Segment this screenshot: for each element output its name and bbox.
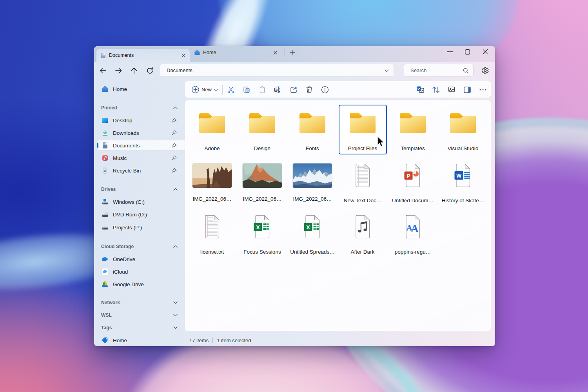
svg-text:P: P	[407, 172, 410, 179]
svg-text:A: A	[411, 223, 419, 234]
svg-text:W: W	[456, 172, 462, 179]
svg-text:X: X	[306, 224, 310, 230]
svg-text:X: X	[256, 224, 260, 230]
